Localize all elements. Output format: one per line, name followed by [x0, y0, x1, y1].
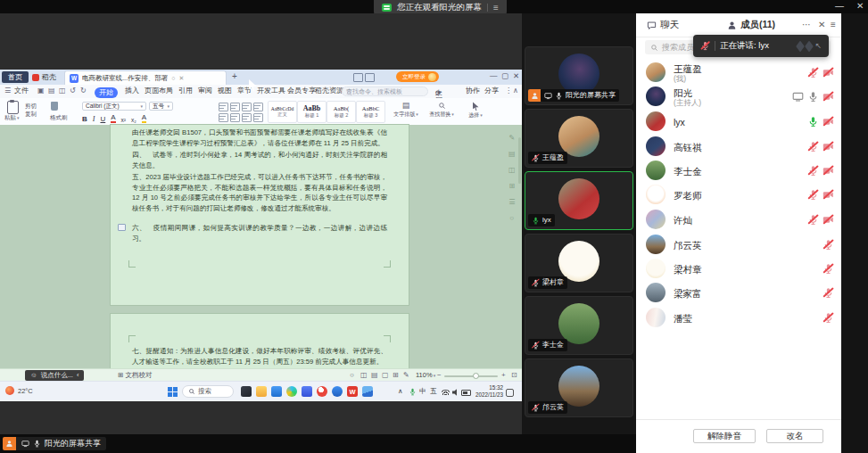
member-row[interactable]: 王蕴盈(我) — [636, 61, 841, 85]
store-icon[interactable] — [271, 386, 282, 397]
window-minimize-button[interactable]: — — [835, 2, 844, 11]
member-row[interactable]: 罗老师 — [636, 183, 841, 207]
mail-app-icon[interactable] — [302, 386, 312, 397]
align-right-icon[interactable] — [242, 113, 252, 122]
command-search-box[interactable]: 查找命令、搜索模板 — [342, 86, 428, 96]
tab-members[interactable]: 成员(11) — [727, 19, 775, 31]
qq-app-icon[interactable] — [317, 386, 327, 397]
save-icon[interactable]: ▣ — [37, 87, 45, 95]
member-row[interactable]: 许灿 — [636, 208, 841, 232]
undo-icon[interactable]: ↺ — [70, 87, 76, 95]
security-app-icon[interactable] — [332, 386, 343, 397]
web-view-icon[interactable]: ▢ — [382, 372, 389, 379]
bold-button[interactable]: B — [82, 115, 87, 123]
zoom-level[interactable]: 110% — [416, 372, 435, 379]
read-view-icon[interactable]: ▤ — [371, 372, 378, 379]
window-close-button[interactable]: ✕ — [856, 2, 864, 11]
video-tile[interactable]: 梁村章 — [525, 234, 633, 292]
mic-muted-icon[interactable] — [823, 287, 834, 299]
bullet-list-icon[interactable] — [219, 103, 228, 111]
member-row[interactable]: 李士金 — [636, 159, 841, 183]
zoom-in-button[interactable]: + — [501, 372, 506, 379]
tray-mic-icon[interactable] — [409, 388, 417, 396]
scrollbar-thumb[interactable] — [518, 137, 521, 184]
ribbon-tab-insert[interactable]: 插入 — [125, 87, 139, 95]
ribbon-tab-view[interactable]: 视图 — [218, 87, 232, 95]
collapse-hint-icon[interactable]: ‹ — [77, 372, 79, 379]
camera-off-icon[interactable] — [823, 67, 834, 78]
tab-close-icon[interactable]: ✕ — [179, 75, 185, 81]
start-button[interactable] — [168, 387, 178, 397]
ime-mode[interactable]: 五 — [430, 388, 437, 395]
history-tool-icon[interactable]: ○ — [509, 214, 514, 222]
list-tool-icon[interactable]: ☰ — [508, 198, 515, 206]
collab-button[interactable]: 协作 — [466, 87, 480, 95]
grid-tool-icon[interactable]: ⊞ — [508, 182, 515, 190]
member-row[interactable]: 邝云英 — [636, 233, 841, 257]
zoom-slider[interactable] — [444, 375, 498, 377]
wifi-icon[interactable] — [442, 390, 450, 395]
wps-home-tab[interactable]: 首页 — [2, 71, 29, 83]
superscript-button[interactable]: x² — [121, 117, 126, 123]
font-format-buttons[interactable]: B I U A x² x₂ A — [82, 113, 146, 123]
mic-icon[interactable] — [807, 91, 819, 103]
grid-icon[interactable] — [365, 73, 375, 82]
share-button[interactable]: 分享 — [484, 87, 499, 95]
align-center-icon[interactable] — [230, 113, 240, 122]
eye-protect-icon[interactable]: ○ — [350, 372, 354, 379]
comment-marker[interactable] — [118, 224, 126, 231]
italic-button[interactable]: I — [93, 115, 95, 123]
ribbon-tab-review[interactable]: 审阅 — [198, 87, 212, 95]
panel-close-button[interactable]: ✕ — [818, 19, 825, 31]
video-tile[interactable]: 邝云英 — [525, 358, 633, 417]
camera-off-icon[interactable] — [823, 214, 834, 226]
camera-off-icon[interactable] — [823, 141, 834, 152]
mic-muted-icon[interactable] — [807, 141, 819, 152]
member-row[interactable]: 梁家富 — [636, 281, 841, 305]
video-tile[interactable]: 李士金 — [525, 296, 633, 355]
video-tile[interactable]: 王蕴盈 — [525, 109, 633, 168]
line-spacing-icon[interactable] — [253, 113, 263, 122]
font-size-select[interactable]: 五号 — [149, 102, 173, 111]
file-explorer-icon[interactable] — [256, 386, 267, 397]
tray-expand-icon[interactable]: ∧ — [398, 388, 403, 395]
find-replace-tool[interactable]: 查找替换 — [426, 102, 457, 117]
ribbon-tab-member[interactable]: 会员专享 — [287, 87, 316, 95]
number-list-icon[interactable] — [230, 103, 240, 111]
video-tile-active-speaker[interactable]: lyx — [525, 171, 633, 230]
ink-icon[interactable]: ✎ — [403, 372, 409, 379]
mic-speaking-icon[interactable] — [807, 116, 819, 128]
pages-tool-icon[interactable]: ◫ — [508, 166, 516, 174]
underline-button[interactable]: U — [100, 115, 105, 123]
mic-muted-icon[interactable] — [807, 189, 819, 201]
overview-icon[interactable]: ⊞ — [393, 372, 399, 379]
style-normal[interactable]: AaBbCcDd 正文 — [268, 101, 297, 123]
indent-icon[interactable] — [242, 103, 252, 111]
paste-label[interactable]: 粘贴 — [4, 115, 20, 121]
font-name-select[interactable]: Calibri (正文) — [82, 102, 146, 111]
task-view-icon[interactable] — [241, 386, 252, 397]
member-row[interactable]: 潘莹 — [636, 306, 841, 330]
member-row[interactable]: 阳光(主持人) — [636, 85, 841, 109]
wps-document-tab[interactable]: W 电商教研室线...作安排、部署 ○ ✕ — [64, 70, 227, 85]
wps-docer-tab[interactable]: 稻壳 — [32, 71, 56, 83]
rename-button[interactable]: 改名 — [766, 429, 823, 443]
volume-icon[interactable] — [452, 389, 459, 396]
camera-off-icon[interactable] — [823, 91, 834, 103]
style-heading1[interactable]: AaBb 标题 1 — [297, 101, 327, 123]
text-layout-tool[interactable]: ▤ 文字排版 — [391, 102, 421, 117]
banner-menu-icon[interactable]: ≡ — [493, 4, 499, 12]
redo-icon[interactable]: ↻ — [80, 87, 87, 95]
mic-muted-icon[interactable] — [823, 239, 834, 251]
screen-sharing-icon[interactable] — [792, 91, 804, 103]
align-left-icon[interactable] — [219, 113, 228, 122]
ribbon-tab-start[interactable]: 开始 — [95, 87, 118, 98]
video-tile-share[interactable]: 阳光的屏幕共享 — [525, 46, 633, 105]
wps-maximize-button[interactable]: ▢ — [501, 72, 508, 80]
hamburger-icon[interactable]: ☰ — [4, 87, 11, 95]
comment-hint-pill[interactable]: ☺ 说点什么... ‹ — [25, 370, 84, 381]
style-heading2[interactable]: AaBb( 标题 2 — [327, 101, 356, 123]
style-heading3[interactable]: AaBbC 标题 3 — [356, 101, 385, 123]
panel-more-button[interactable]: ⋯ — [802, 19, 811, 31]
page-view-icon[interactable]: ◫ — [360, 372, 368, 379]
